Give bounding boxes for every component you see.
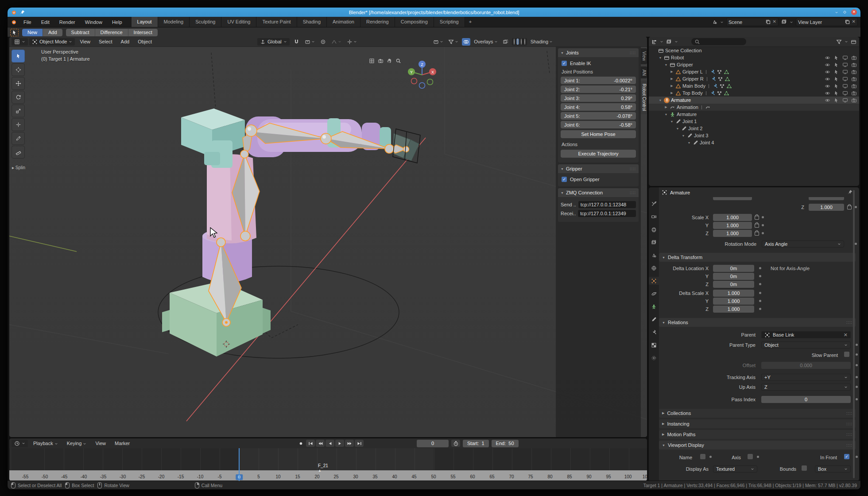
outliner-row-animation[interactable]: ▶ Animation bbox=[649, 104, 859, 111]
tool-select-box[interactable] bbox=[12, 50, 25, 62]
outliner-row-armature-data[interactable]: ▼ Armature bbox=[649, 111, 859, 118]
chevron-down-icon[interactable] bbox=[720, 20, 724, 24]
titlebar[interactable]: Blender* [/home/alexander/projects/blend… bbox=[8, 8, 860, 17]
panel-grip[interactable]: :::: bbox=[846, 320, 852, 325]
instancing-section[interactable]: ▶Instancing :::: bbox=[659, 419, 856, 428]
tab-object-data[interactable] bbox=[649, 302, 659, 310]
outliner-search-input[interactable] bbox=[691, 38, 746, 45]
delta-scale-z-field[interactable]: 1.000 bbox=[713, 306, 754, 313]
motion-paths-section[interactable]: ▶Motion Paths :::: bbox=[659, 430, 856, 439]
frame-start-field[interactable]: Start: 1 bbox=[463, 440, 489, 447]
mesh-data-icon[interactable] bbox=[725, 76, 730, 82]
render-visibility-icon[interactable] bbox=[851, 90, 857, 96]
animate-dot[interactable] bbox=[856, 456, 858, 458]
panel-grip[interactable]: :::: bbox=[630, 50, 636, 55]
selectable-icon[interactable] bbox=[833, 76, 839, 82]
mode-selector[interactable]: Object Mode bbox=[29, 38, 75, 46]
remove-view-layer-icon[interactable]: ✕ bbox=[852, 19, 856, 25]
show-overlays-toggle[interactable] bbox=[462, 38, 470, 46]
modifier-wrench-icon[interactable] bbox=[712, 83, 718, 89]
current-frame-field[interactable]: 0 bbox=[417, 440, 449, 447]
timeline-track[interactable]: F_21 ▲ bbox=[9, 448, 647, 470]
blender-menu-icon[interactable] bbox=[11, 19, 17, 25]
hide-eye-icon[interactable] bbox=[825, 55, 830, 61]
collections-section[interactable]: ▶Collections :::: bbox=[659, 409, 856, 418]
shading-dropdown[interactable]: Shading bbox=[529, 38, 554, 46]
tab-scripting[interactable]: Scripting bbox=[434, 17, 465, 27]
delta-transform-section[interactable]: ▼Delta Transform bbox=[659, 253, 856, 262]
tab-rendering[interactable]: Rendering bbox=[360, 17, 395, 27]
snap-toggle-icon[interactable] bbox=[292, 38, 301, 46]
animate-dot[interactable] bbox=[855, 243, 857, 245]
modifier-wrench-icon[interactable] bbox=[709, 69, 715, 75]
menu-render[interactable]: Render bbox=[54, 17, 80, 27]
outliner-row-gripper[interactable]: ▼ Gripper bbox=[649, 61, 859, 68]
joint-5-slider[interactable]: Joint 5: -0.078° bbox=[561, 112, 636, 120]
lock-icon[interactable] bbox=[847, 205, 852, 209]
expand-arrow[interactable]: ▶ bbox=[670, 70, 674, 74]
animate-dot[interactable] bbox=[759, 300, 761, 302]
outliner-row-joint-2[interactable]: ▼ Joint 2 bbox=[649, 125, 859, 132]
animate-dot[interactable] bbox=[856, 353, 858, 356]
tab-probe[interactable] bbox=[649, 354, 659, 362]
tab-output[interactable] bbox=[649, 225, 659, 233]
xray-toggle-icon[interactable] bbox=[501, 38, 510, 46]
viewport-menu-view[interactable]: View bbox=[76, 39, 94, 44]
expand-arrow[interactable]: ▼ bbox=[670, 120, 674, 123]
use-preview-range-button[interactable] bbox=[451, 440, 460, 447]
open-gripper-row[interactable]: ✓ Open Gripper bbox=[561, 175, 636, 183]
sidebar-tab-view[interactable]: View bbox=[641, 48, 647, 64]
copy-view-layer-icon[interactable] bbox=[845, 19, 850, 25]
hide-eye-icon[interactable] bbox=[825, 69, 830, 75]
outliner-row-scene-collection[interactable]: Scene Collection bbox=[649, 47, 859, 54]
timeline-menu-view[interactable]: View bbox=[92, 441, 109, 446]
animate-dot[interactable] bbox=[759, 283, 761, 285]
properties-scrollbar[interactable] bbox=[853, 190, 855, 478]
execute-trajectory-button[interactable]: Execute Trajectory bbox=[561, 150, 636, 158]
viewport-menu-object[interactable]: Object bbox=[134, 39, 155, 44]
mesh-data-icon[interactable] bbox=[724, 69, 729, 75]
selectable-icon[interactable] bbox=[833, 97, 839, 103]
viewport-visibility-icon[interactable] bbox=[842, 83, 848, 89]
next-keyframe-button[interactable] bbox=[345, 440, 354, 447]
expand-arrow[interactable]: ▶ bbox=[670, 91, 674, 95]
tab-tool[interactable] bbox=[649, 200, 659, 208]
material-nodes-icon[interactable] bbox=[719, 83, 725, 89]
scale-x-field[interactable]: 1.000 bbox=[713, 214, 752, 221]
outliner-row-joint-1[interactable]: ▼ Joint 1 bbox=[649, 118, 859, 125]
select-mode-add-button[interactable]: Add bbox=[43, 29, 62, 36]
copy-scene-icon[interactable] bbox=[765, 19, 771, 25]
shading-wireframe-button[interactable] bbox=[513, 39, 515, 45]
select-mode-intersect-button[interactable]: Intersect bbox=[128, 29, 158, 36]
shading-rendered-button[interactable] bbox=[523, 39, 526, 45]
outliner-row-robot[interactable]: ▼ Robot bbox=[649, 54, 859, 61]
render-visibility-icon[interactable] bbox=[851, 83, 857, 89]
play-button[interactable] bbox=[335, 440, 344, 447]
scene-icon[interactable] bbox=[712, 19, 717, 25]
modifier-wrench-icon[interactable] bbox=[709, 90, 715, 96]
proportional-edit-icon[interactable] bbox=[319, 38, 327, 46]
chevron-down-icon[interactable] bbox=[674, 40, 678, 43]
animate-dot[interactable] bbox=[762, 224, 764, 226]
offset-field[interactable]: 0.000 bbox=[761, 362, 851, 369]
hide-eye-icon[interactable] bbox=[825, 83, 830, 89]
delta-scale-x-field[interactable]: 1.000 bbox=[713, 290, 754, 297]
tab-physics[interactable] bbox=[649, 290, 659, 298]
menu-edit[interactable]: Edit bbox=[36, 17, 54, 27]
tool-move[interactable] bbox=[12, 77, 25, 90]
joint-4-slider[interactable]: Joint 4: 0.58° bbox=[561, 103, 636, 111]
parent-type-dropdown[interactable]: Object bbox=[761, 341, 851, 349]
animate-dot[interactable] bbox=[856, 398, 858, 400]
expand-arrow[interactable]: ▼ bbox=[675, 127, 680, 130]
chevron-down-icon[interactable] bbox=[845, 40, 848, 43]
view-layer-selector[interactable]: View Layer ✕ bbox=[796, 18, 858, 26]
tab-texture[interactable] bbox=[649, 341, 659, 349]
timeline-editor[interactable]: Playback Keying View Marker 0 Start: 1 bbox=[9, 438, 647, 481]
viewport-visibility-icon[interactable] bbox=[842, 55, 848, 61]
lock-icon[interactable] bbox=[755, 224, 759, 228]
expand-arrow[interactable]: ▼ bbox=[681, 134, 686, 137]
tab-world[interactable] bbox=[649, 264, 659, 272]
outliner-row-joint-4[interactable]: ▼ Joint 4 bbox=[649, 139, 859, 146]
modifier-wrench-icon[interactable] bbox=[710, 76, 716, 82]
enable-ik-row[interactable]: ✓ Enable IK bbox=[561, 59, 636, 67]
